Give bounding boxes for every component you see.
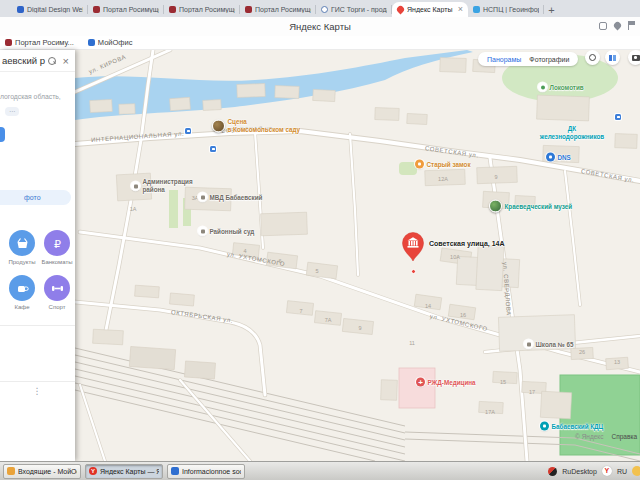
category-label: Продукты	[4, 259, 40, 265]
nspc-favicon	[473, 6, 480, 13]
category-dumbbell[interactable]: Спорт	[39, 275, 75, 310]
divider	[0, 325, 75, 326]
bookmark-1[interactable]: Портал Росиму...	[5, 38, 74, 47]
desktop-screen: Digital Design Web CliПортал Росимуществ…	[0, 0, 640, 480]
map-attribution: © Яндекс Справка	[575, 433, 637, 440]
house-number: 17	[529, 389, 535, 395]
house-number: 13	[614, 359, 620, 365]
map-poi[interactable]: ДКжелезнодорожников	[540, 125, 604, 140]
map-poi[interactable]: Краеведческий музей	[489, 200, 572, 213]
house-number: 9	[494, 174, 497, 180]
bookmark-2[interactable]: МойОфис	[88, 38, 133, 47]
house-number: 7	[299, 308, 302, 314]
route-button-fragment[interactable]	[0, 127, 5, 142]
map-poi[interactable]: Сценав Комсомольском саду	[212, 118, 300, 133]
tab-5[interactable]: ГИС Торги - продажи п	[316, 2, 392, 17]
photo-filter-pill[interactable]: фото	[0, 190, 71, 205]
map-mode-button[interactable]	[585, 50, 600, 65]
taskbar-window-label: Входящие - МойОфис П...	[18, 468, 77, 475]
map-canvas[interactable]: Советская улица, 14А Па	[75, 50, 640, 461]
poi-label: ДКжелезнодорожников	[540, 125, 604, 140]
yandex-browser-icon: Y	[89, 467, 97, 475]
layers-button[interactable]	[605, 50, 620, 65]
category-label: Кафе	[4, 304, 40, 310]
photo-filter-label: фото	[24, 194, 41, 201]
photos-button[interactable]: Фотографии	[529, 56, 569, 63]
extensions-icon[interactable]	[599, 22, 607, 30]
layers-icon	[609, 55, 616, 61]
taskbar-window-3[interactable]: Informacionnoe soobshhe...	[167, 464, 245, 479]
map-poi[interactable]: Администрациярайона	[131, 178, 193, 193]
yandex-maps-favicon	[396, 5, 406, 15]
map-poi[interactable]: РЖД-Медицина	[416, 378, 476, 387]
map-poi[interactable]: Бабаевский КДЦ	[540, 422, 603, 431]
tab-2[interactable]: Портал Росимущества	[88, 2, 164, 17]
tab-3[interactable]: Портал Росимущества	[164, 2, 240, 17]
map-poi[interactable]: Школа № 65	[524, 340, 574, 349]
house-number: 16	[460, 312, 466, 318]
rosim-bookmark-icon	[5, 39, 12, 46]
bookmark-flag-icon[interactable]	[628, 21, 635, 30]
poi-label: Сценав Комсомольском саду	[228, 118, 301, 133]
content-area: аевский р × логодская область, ⋯ фото Пр…	[0, 50, 640, 461]
poi-label: Бабаевский КДЦ	[552, 422, 604, 430]
map-poi[interactable]: DNS	[546, 153, 571, 162]
taskbar-window-2[interactable]: YЯндекс Карты — Яндек...	[85, 464, 163, 479]
photo-green-poi-icon	[489, 200, 502, 213]
yandex-tray-icon[interactable]: Y	[602, 466, 612, 476]
bus-stop-icon[interactable]	[210, 146, 216, 152]
tab-7[interactable]: НСПЦ | Геоинформаци	[468, 2, 544, 17]
more-badge[interactable]: ⋯	[5, 107, 19, 116]
document-icon	[171, 467, 179, 475]
stadium-green-poi-icon	[538, 83, 547, 92]
rudesktop-tray-icon[interactable]	[548, 467, 557, 476]
map-poi[interactable]: МВД Бабаевский	[198, 193, 262, 202]
tab-6[interactable]: Яндекс Карты×	[392, 2, 468, 17]
house-number: 15	[500, 379, 506, 385]
house-number: 4	[243, 248, 246, 254]
panoramas-button[interactable]: Панорамы	[487, 56, 521, 63]
search-input[interactable]: аевский р	[2, 55, 48, 66]
mail-icon	[7, 467, 15, 475]
search-bar[interactable]: аевский р ×	[0, 50, 75, 72]
tab-label: ГИС Торги - продажи п	[331, 6, 387, 13]
search-icon[interactable]	[48, 57, 56, 65]
bookmarks-bar: Портал Росиму...МойОфис	[0, 36, 640, 50]
divider	[0, 381, 75, 382]
myoffice-bookmark-icon	[88, 39, 95, 46]
address-pin[interactable]	[401, 231, 425, 266]
pin-address-label: Советская улица, 14А	[429, 240, 505, 247]
category-ruble[interactable]: ₽Банкоматы	[39, 230, 75, 265]
map-poi[interactable]: Локомотив	[538, 83, 584, 92]
house-number: 26	[579, 349, 585, 355]
poi-label: Районный суд	[210, 227, 255, 235]
location-icon[interactable]	[613, 21, 623, 31]
category-cup[interactable]: Кафе	[4, 275, 40, 310]
basket-icon	[9, 230, 35, 256]
language-indicator[interactable]: RU	[617, 468, 627, 475]
more-options-icon[interactable]: ⋮	[0, 386, 75, 396]
camera-button[interactable]	[628, 50, 640, 65]
tray-icon-partial[interactable]	[632, 466, 640, 476]
map-poi[interactable]: Старый замок	[415, 160, 471, 169]
category-basket[interactable]: Продукты	[4, 230, 40, 265]
poi-label: Старый замок	[427, 160, 471, 168]
help-link[interactable]: Справка	[612, 433, 638, 440]
bus-stop-icon[interactable]	[615, 114, 621, 120]
close-tab-icon[interactable]: ×	[458, 6, 463, 13]
category-label: Спорт	[39, 304, 75, 310]
new-tab-button[interactable]: +	[544, 2, 559, 17]
taskbar-window-1[interactable]: Входящие - МойОфис П...	[3, 464, 81, 479]
bus-stop-icon[interactable]	[185, 128, 191, 134]
rosim-favicon	[169, 6, 176, 13]
cup-icon	[9, 275, 35, 301]
map-poi[interactable]: Районный суд	[198, 227, 254, 236]
clear-search-icon[interactable]: ×	[63, 56, 69, 66]
house-number: 5	[315, 268, 318, 274]
poi-label: Локомотив	[550, 83, 584, 91]
toolbar-icons	[599, 21, 635, 30]
tab-1[interactable]: Digital Design Web Cli	[12, 2, 88, 17]
bag-orange-poi-icon	[415, 160, 424, 169]
browser-tab-strip: Digital Design Web CliПортал Росимуществ…	[0, 0, 640, 17]
tab-4[interactable]: Портал Росимущества	[240, 2, 316, 17]
